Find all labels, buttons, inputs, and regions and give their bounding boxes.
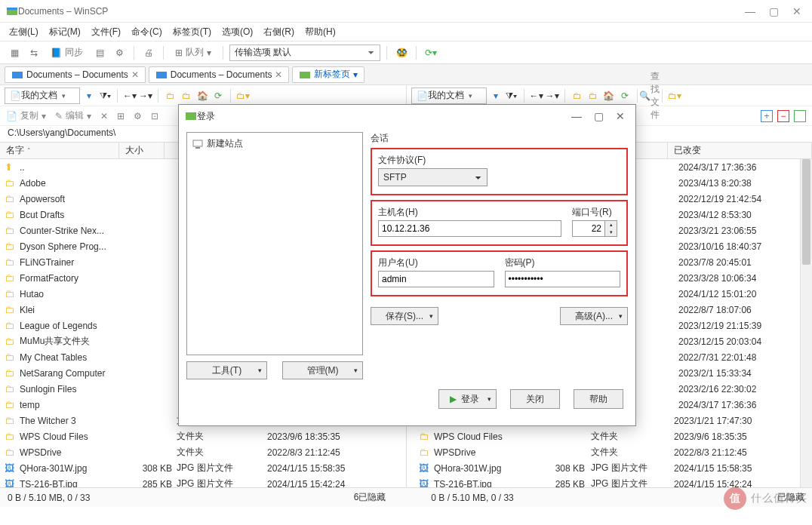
menu-right[interactable]: 右侧(R) <box>263 26 294 38</box>
file-date: 2023/7/8 20:45:01 <box>672 257 752 268</box>
check-icon[interactable] <box>794 110 806 122</box>
new-tab-button[interactable]: 新标签页 ▾ <box>292 66 364 83</box>
folder-icon: 🗀 <box>5 415 17 426</box>
list-item[interactable]: 🗀 WPS Cloud Files 文件夹 2023/9/6 18:35:35 <box>407 428 812 444</box>
close-button[interactable]: ✕ <box>792 5 801 17</box>
dialog-title: 登录 <box>197 110 571 123</box>
list-item[interactable]: 🗀 WPSDrive 文件夹 2022/8/3 21:12:45 <box>0 444 406 460</box>
find-icon[interactable]: 🔍 查找文件 <box>643 89 657 103</box>
dialog-maximize[interactable]: ▢ <box>594 110 604 122</box>
folder-icon[interactable]: 🗀 <box>571 89 584 103</box>
file-date: 2023/3/28 10:06:34 <box>672 273 756 284</box>
file-type: 文件夹 <box>177 446 267 459</box>
home-icon[interactable]: 🏠 <box>602 89 616 103</box>
refresh-icon[interactable]: ⟳ <box>618 89 632 103</box>
menu-mark[interactable]: 标记(M) <box>49 26 81 38</box>
advanced-button[interactable]: 高级(A)... <box>560 307 628 325</box>
col-changed[interactable]: 已改变 <box>668 143 812 158</box>
file-name: My Cheat Tables <box>20 352 136 363</box>
tools-button[interactable]: 工具(T) <box>186 361 267 379</box>
queue-button[interactable]: ⊞ 队列 ▾ <box>170 45 217 61</box>
scrollbar[interactable] <box>800 159 812 487</box>
protocol-select[interactable]: SFTP <box>378 168 488 186</box>
login-button[interactable]: ▶登录 <box>438 389 497 409</box>
maximize-button[interactable]: ▢ <box>769 5 779 17</box>
tab-close-icon[interactable]: ✕ <box>275 69 282 80</box>
list-item[interactable]: 🖼 TS-216-BT.jpg 285 KB JPG 图片文件 2024/1/1… <box>407 476 812 487</box>
toolbar-icon[interactable]: 🖨 <box>140 45 157 61</box>
list-item[interactable]: 🖼 QHora-301W.jpg 308 KB JPG 图片文件 2024/1/… <box>407 460 812 476</box>
delete-icon[interactable]: ✕ <box>100 111 108 121</box>
toolbar-icon[interactable]: ⚙ <box>111 45 128 61</box>
more-icon[interactable]: ⊡ <box>151 111 158 121</box>
folder-icon[interactable]: 🗀 <box>180 89 193 103</box>
col-name[interactable]: 名字 ˄ <box>0 143 119 158</box>
folder-icon[interactable]: 🗀 <box>164 89 177 103</box>
session-tab[interactable]: Documents – Documents ✕ <box>149 66 290 83</box>
forward-icon[interactable]: →▾ <box>139 89 152 103</box>
forward-icon[interactable]: →▾ <box>546 89 559 103</box>
sync-button[interactable]: 📘 同步 <box>45 45 88 61</box>
file-date: 2024/3/17 17:36:36 <box>672 162 756 173</box>
menu-file[interactable]: 文件(F) <box>91 26 121 38</box>
menu-left[interactable]: 左侧(L) <box>9 26 38 38</box>
path-selector[interactable]: 📄 我的文档 <box>5 88 80 104</box>
session-tab[interactable]: Documents – Documents ✕ <box>5 66 146 83</box>
folder-icon: 🗀 <box>419 431 431 442</box>
toolbar-icon[interactable]: ▾ <box>82 89 96 103</box>
tab-close-icon[interactable]: ✕ <box>131 69 139 80</box>
list-item[interactable]: 🗀 WPS Cloud Files 文件夹 2023/9/6 18:35:35 <box>0 428 406 444</box>
scrollbar-thumb[interactable] <box>802 159 810 265</box>
folder-icon[interactable]: 🗀 <box>586 89 600 103</box>
port-spinner[interactable]: ▴▾ <box>605 220 617 237</box>
menu-options[interactable]: 选项(O) <box>222 26 253 38</box>
toolbar-icon[interactable]: 🥸 <box>393 45 410 61</box>
port-input[interactable] <box>572 220 605 237</box>
toolbar-icon[interactable]: ▾ <box>489 89 503 103</box>
menu-help[interactable]: 帮助(H) <box>305 26 336 38</box>
copy-button[interactable]: 📄 复制 ▾ <box>6 109 46 122</box>
folder-icon: 🗀 <box>5 399 17 410</box>
new-site-item[interactable]: 新建站点 <box>190 136 359 152</box>
status-right: 0 B / 5.10 MB, 0 / 33 <box>431 493 513 503</box>
folder-icon: 🗀 <box>5 288 17 299</box>
host-input[interactable] <box>378 220 561 237</box>
menu-tabs[interactable]: 标签页(T) <box>173 26 211 38</box>
edit-button[interactable]: ✎ 编辑 ▾ <box>55 109 91 122</box>
dialog-minimize[interactable]: — <box>571 110 582 122</box>
props-icon[interactable]: ⊞ <box>117 111 125 121</box>
toolbar-icon[interactable]: ▤ <box>91 45 108 61</box>
dialog-close[interactable]: ✕ <box>616 110 625 122</box>
minus-icon[interactable]: − <box>777 110 789 122</box>
list-item[interactable]: 🖼 QHora-301W.jpg 308 KB JPG 图片文件 2024/1/… <box>0 460 406 476</box>
toolbar-icon[interactable]: ▦ <box>6 45 23 61</box>
help-button[interactable]: 帮助 <box>574 389 623 409</box>
save-button[interactable]: 保存(S)... <box>371 307 438 325</box>
manage-button[interactable]: 管理(M) <box>282 361 363 379</box>
col-size[interactable]: 大小 <box>119 143 165 158</box>
path-selector[interactable]: 📄 我的文档 <box>411 88 487 104</box>
dialog-right: 会话 文件协议(F) SFTP 主机名(H) 端口号(R) ▴▾ <box>371 132 628 379</box>
home-icon[interactable]: 🏠 <box>195 89 209 103</box>
back-icon[interactable]: ←▾ <box>123 89 137 103</box>
pass-input[interactable] <box>505 271 621 287</box>
refresh-icon[interactable]: ⟳▾ <box>423 45 439 61</box>
toolbar-icon[interactable]: ⇆ <box>26 45 42 61</box>
folder-icon[interactable]: 🗀▾ <box>668 89 681 103</box>
menu-command[interactable]: 命令(C) <box>131 26 162 38</box>
refresh-icon[interactable]: ⟳ <box>211 89 225 103</box>
more-icon[interactable]: ⚙ <box>134 111 142 121</box>
filter-icon[interactable]: ⧩▾ <box>98 89 112 103</box>
folder-icon[interactable]: 🗀▾ <box>236 89 250 103</box>
transfer-options-select[interactable]: 传输选项 默认 <box>229 45 380 61</box>
plus-icon[interactable]: + <box>761 110 773 122</box>
minimize-button[interactable]: — <box>745 5 755 17</box>
file-type: 文件夹 <box>177 430 267 443</box>
list-item[interactable]: 🗀 WPSDrive 文件夹 2022/8/3 21:12:45 <box>407 444 812 460</box>
user-input[interactable] <box>378 271 494 287</box>
back-icon[interactable]: ←▾ <box>530 89 543 103</box>
list-item[interactable]: 🖼 TS-216-BT.jpg 285 KB JPG 图片文件 2024/1/1… <box>0 476 406 487</box>
close-button[interactable]: 关闭 <box>510 389 560 409</box>
sites-tree[interactable]: 新建站点 <box>186 132 363 355</box>
filter-icon[interactable]: ⧩▾ <box>505 89 518 103</box>
